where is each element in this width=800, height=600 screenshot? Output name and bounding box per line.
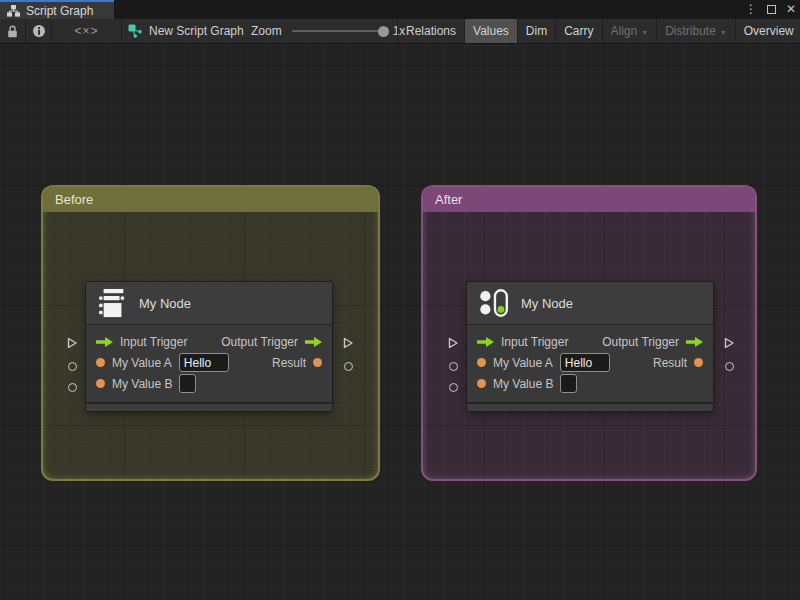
toggle-node-icon [479, 287, 510, 319]
align-dropdown[interactable]: Align ▼ [603, 19, 658, 43]
trigger-port-outline-icon [66, 337, 78, 349]
port-label: My Value A [493, 356, 553, 370]
port-row-value-b: My Value B [467, 373, 713, 394]
port-label: Result [653, 356, 687, 370]
group-after-header[interactable]: After [423, 187, 755, 212]
dim-toggle[interactable]: Dim [518, 19, 556, 43]
trigger-port-outline-icon [723, 337, 735, 349]
node-wrap-before: My Node Input Trigger Output Trigger [66, 281, 356, 411]
trigger-port-outline-icon [447, 337, 459, 349]
node-wrap-after: My Node Input Trigger Output Trigger [447, 281, 737, 411]
graph-output-trigger-port[interactable] [342, 337, 354, 349]
port-row-trigger: Input Trigger Output Trigger [86, 331, 332, 352]
value-output-port[interactable] [694, 358, 703, 367]
code-preview-button[interactable]: <×> [52, 19, 122, 43]
value-a-field[interactable] [560, 353, 610, 372]
tab-bar: Script Graph ⋮ ✕ [0, 0, 800, 19]
port-row-value-a: My Value A Result [467, 352, 713, 373]
value-a-field[interactable] [179, 353, 229, 372]
value-port-outline-icon [449, 362, 458, 371]
value-port-outline-icon [725, 362, 734, 371]
node-title: My Node [139, 296, 191, 311]
chevron-down-icon: ▼ [641, 29, 648, 36]
port-label: My Value B [112, 377, 172, 391]
port-label: Input Trigger [120, 335, 187, 349]
node-title: My Node [521, 296, 573, 311]
port-label: My Value B [493, 377, 553, 391]
trigger-port-outline-icon [342, 337, 354, 349]
node-footer [86, 402, 332, 411]
graph-value-port[interactable] [66, 360, 78, 372]
maximize-icon[interactable] [767, 5, 776, 14]
zoom-label: Zoom [251, 24, 282, 38]
graph-canvas[interactable]: Before After [0, 44, 800, 600]
graph-value-port[interactable] [447, 360, 459, 372]
lock-icon [7, 25, 18, 38]
zoom-control: Zoom 1x [251, 19, 405, 43]
tab-label: Script Graph [26, 4, 93, 18]
graph-output-trigger-port[interactable] [723, 337, 735, 349]
output-trigger-port[interactable] [686, 337, 703, 347]
toolbar-left-group: <×> [0, 19, 122, 43]
unit-box-icon [98, 288, 128, 319]
kebab-menu-icon[interactable]: ⋮ [745, 0, 757, 19]
graph-title: New Script Graph [128, 19, 244, 43]
info-icon [32, 24, 46, 38]
lock-button[interactable] [0, 19, 26, 43]
overview-button[interactable]: Overview [736, 19, 800, 43]
port-row-trigger: Input Trigger Output Trigger [467, 331, 713, 352]
values-toggle[interactable]: Values [465, 19, 518, 43]
tab-script-graph[interactable]: Script Graph [0, 0, 114, 19]
node-body: Input Trigger Output Trigger My Value A [467, 325, 713, 402]
group-label: After [435, 192, 462, 207]
node-header[interactable]: My Node [86, 282, 332, 325]
port-label: Output Trigger [602, 335, 679, 349]
relations-toggle[interactable]: Relations [398, 19, 465, 43]
node-header[interactable]: My Node [467, 282, 713, 325]
port-row-value-a: My Value A Result [86, 352, 332, 373]
value-b-field[interactable] [179, 374, 196, 393]
graph-value-port[interactable] [66, 381, 78, 393]
input-trigger-port[interactable] [477, 337, 494, 347]
value-input-port[interactable] [477, 358, 486, 367]
value-input-port[interactable] [96, 379, 105, 388]
zoom-slider-handle[interactable] [378, 26, 389, 37]
value-port-outline-icon [68, 362, 77, 371]
node-my-node[interactable]: My Node Input Trigger Output Trigger [466, 281, 714, 412]
graph-toolbar: <×> New Script Graph Zoom 1x Relations [0, 19, 800, 44]
close-icon[interactable]: ✕ [786, 0, 796, 19]
value-input-port[interactable] [96, 358, 105, 367]
output-trigger-port[interactable] [305, 337, 322, 347]
node-my-node[interactable]: My Node Input Trigger Output Trigger [85, 281, 333, 412]
hierarchy-icon [7, 5, 20, 17]
port-row-value-b: My Value B [86, 373, 332, 394]
value-input-port[interactable] [477, 379, 486, 388]
zoom-slider[interactable] [292, 30, 384, 32]
carry-toggle[interactable]: Carry [556, 19, 602, 43]
graph-input-trigger-port[interactable] [447, 337, 459, 349]
value-b-field[interactable] [560, 374, 577, 393]
code-icon: <×> [74, 24, 98, 38]
value-port-outline-icon [344, 362, 353, 371]
port-label: Input Trigger [501, 335, 568, 349]
graph-value-port[interactable] [723, 360, 735, 372]
graph-name-label: New Script Graph [149, 24, 244, 38]
graph-value-port[interactable] [342, 360, 354, 372]
graph-value-port[interactable] [447, 381, 459, 393]
script-graph-icon [128, 24, 142, 38]
port-label: Output Trigger [221, 335, 298, 349]
value-output-port[interactable] [313, 358, 322, 367]
port-label: My Value A [112, 356, 172, 370]
port-label: Result [272, 356, 306, 370]
chevron-down-icon: ▼ [720, 29, 727, 36]
distribute-dropdown[interactable]: Distribute ▼ [657, 19, 736, 43]
node-footer [467, 402, 713, 411]
input-trigger-port[interactable] [96, 337, 113, 347]
group-label: Before [55, 192, 93, 207]
group-before-header[interactable]: Before [43, 187, 378, 212]
value-port-outline-icon [449, 383, 458, 392]
script-graph-window: Script Graph ⋮ ✕ [0, 0, 800, 600]
info-button[interactable] [26, 19, 52, 43]
node-body: Input Trigger Output Trigger My Value A [86, 325, 332, 402]
graph-input-trigger-port[interactable] [66, 337, 78, 349]
